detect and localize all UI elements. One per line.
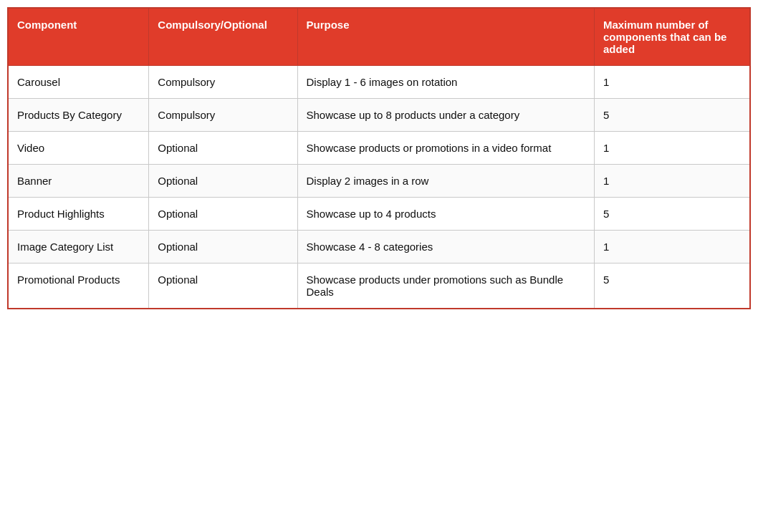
cell-compulsory-optional: Compulsory [149, 99, 297, 132]
cell-compulsory-optional: Optional [149, 198, 297, 231]
cell-component: Banner [8, 165, 149, 198]
cell-max: 1 [594, 132, 750, 165]
table-header-row: Component Compulsory/Optional Purpose Ma… [8, 8, 750, 66]
table-row: Image Category ListOptionalShowcase 4 - … [8, 231, 750, 263]
header-compulsory-optional: Compulsory/Optional [149, 8, 297, 66]
cell-compulsory-optional: Compulsory [149, 66, 297, 99]
table-row: Promotional ProductsOptionalShowcase pro… [8, 263, 750, 309]
cell-purpose: Showcase up to 8 products under a catego… [297, 99, 594, 132]
header-purpose: Purpose [297, 8, 594, 66]
cell-purpose: Display 2 images in a row [297, 165, 594, 198]
table-wrapper: Component Compulsory/Optional Purpose Ma… [0, 0, 758, 316]
table-row: Products By CategoryCompulsoryShowcase u… [8, 99, 750, 132]
cell-compulsory-optional: Optional [149, 263, 297, 309]
cell-purpose: Showcase 4 - 8 categories [297, 231, 594, 263]
cell-component: Products By Category [8, 99, 149, 132]
header-component: Component [8, 8, 149, 66]
cell-compulsory-optional: Optional [149, 231, 297, 263]
cell-purpose: Showcase products under promotions such … [297, 263, 594, 309]
cell-max: 5 [594, 99, 750, 132]
components-table: Component Compulsory/Optional Purpose Ma… [7, 7, 751, 309]
cell-component: Promotional Products [8, 263, 149, 309]
cell-purpose: Display 1 - 6 images on rotation [297, 66, 594, 99]
header-max: Maximum number of components that can be… [594, 8, 750, 66]
cell-max: 1 [594, 231, 750, 263]
cell-component: Image Category List [8, 231, 149, 263]
cell-max: 1 [594, 66, 750, 99]
cell-component: Video [8, 132, 149, 165]
cell-max: 5 [594, 198, 750, 231]
table-row: VideoOptionalShowcase products or promot… [8, 132, 750, 165]
cell-component: Carousel [8, 66, 149, 99]
cell-max: 5 [594, 263, 750, 309]
table-row: BannerOptionalDisplay 2 images in a row1 [8, 165, 750, 198]
cell-purpose: Showcase up to 4 products [297, 198, 594, 231]
table-row: Product HighlightsOptionalShowcase up to… [8, 198, 750, 231]
cell-component: Product Highlights [8, 198, 149, 231]
cell-compulsory-optional: Optional [149, 165, 297, 198]
table-row: CarouselCompulsoryDisplay 1 - 6 images o… [8, 66, 750, 99]
cell-compulsory-optional: Optional [149, 132, 297, 165]
cell-purpose: Showcase products or promotions in a vid… [297, 132, 594, 165]
cell-max: 1 [594, 165, 750, 198]
